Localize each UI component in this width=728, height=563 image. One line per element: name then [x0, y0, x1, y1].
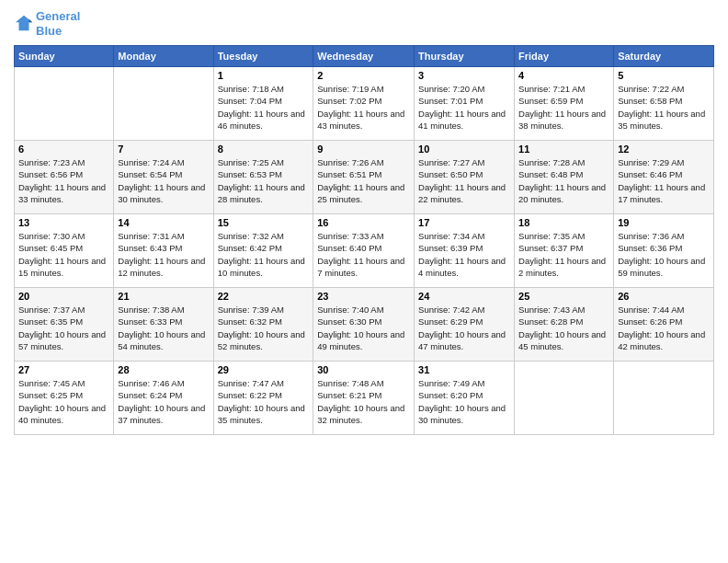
calendar-cell: 11Sunrise: 7:28 AM Sunset: 6:48 PM Dayli… — [515, 141, 614, 214]
day-number: 9 — [317, 144, 410, 155]
day-info: Sunrise: 7:32 AM Sunset: 6:42 PM Dayligh… — [218, 230, 310, 279]
day-info: Sunrise: 7:35 AM Sunset: 6:37 PM Dayligh… — [518, 230, 609, 279]
calendar-cell: 16Sunrise: 7:33 AM Sunset: 6:40 PM Dayli… — [313, 214, 415, 288]
calendar-table: SundayMondayTuesdayWednesdayThursdayFrid… — [14, 45, 714, 435]
day-info: Sunrise: 7:44 AM Sunset: 6:26 PM Dayligh… — [618, 304, 710, 352]
day-info: Sunrise: 7:27 AM Sunset: 6:50 PM Dayligh… — [418, 156, 510, 205]
day-number: 16 — [317, 217, 410, 228]
header: General Blue — [14, 9, 714, 38]
weekday-header: Sunday — [15, 46, 114, 67]
logo: General Blue — [14, 9, 80, 38]
calendar-cell — [515, 362, 614, 435]
calendar-week-row: 1Sunrise: 7:18 AM Sunset: 7:04 PM Daylig… — [15, 67, 714, 141]
calendar-cell: 9Sunrise: 7:26 AM Sunset: 6:51 PM Daylig… — [313, 141, 415, 214]
page: General Blue SundayMondayTuesdayWednesda… — [0, 0, 728, 563]
day-info: Sunrise: 7:42 AM Sunset: 6:29 PM Dayligh… — [418, 304, 510, 352]
calendar-week-row: 13Sunrise: 7:30 AM Sunset: 6:45 PM Dayli… — [15, 214, 714, 288]
day-number: 15 — [218, 217, 310, 228]
day-number: 30 — [317, 364, 410, 375]
day-number: 24 — [418, 291, 510, 302]
calendar-cell: 20Sunrise: 7:37 AM Sunset: 6:35 PM Dayli… — [15, 288, 114, 362]
day-info: Sunrise: 7:36 AM Sunset: 6:36 PM Dayligh… — [618, 230, 710, 279]
day-info: Sunrise: 7:26 AM Sunset: 6:51 PM Dayligh… — [317, 156, 410, 205]
day-number: 12 — [618, 144, 710, 155]
day-number: 26 — [618, 291, 710, 302]
day-number: 28 — [118, 364, 209, 375]
day-info: Sunrise: 7:23 AM Sunset: 6:56 PM Dayligh… — [18, 156, 109, 205]
day-number: 8 — [218, 144, 310, 155]
calendar-cell: 28Sunrise: 7:46 AM Sunset: 6:24 PM Dayli… — [114, 362, 213, 435]
day-info: Sunrise: 7:18 AM Sunset: 7:04 PM Dayligh… — [218, 83, 310, 132]
day-info: Sunrise: 7:37 AM Sunset: 6:35 PM Dayligh… — [18, 304, 109, 352]
day-info: Sunrise: 7:25 AM Sunset: 6:53 PM Dayligh… — [218, 156, 310, 205]
day-info: Sunrise: 7:45 AM Sunset: 6:25 PM Dayligh… — [18, 377, 109, 426]
weekday-header: Tuesday — [213, 46, 313, 67]
calendar-week-row: 6Sunrise: 7:23 AM Sunset: 6:56 PM Daylig… — [15, 141, 714, 214]
calendar-cell: 3Sunrise: 7:20 AM Sunset: 7:01 PM Daylig… — [415, 67, 515, 141]
calendar-cell: 23Sunrise: 7:40 AM Sunset: 6:30 PM Dayli… — [313, 288, 415, 362]
calendar-cell: 8Sunrise: 7:25 AM Sunset: 6:53 PM Daylig… — [213, 141, 313, 214]
day-number: 20 — [18, 291, 109, 302]
day-number: 2 — [317, 70, 410, 81]
weekday-header: Thursday — [415, 46, 515, 67]
calendar-week-row: 20Sunrise: 7:37 AM Sunset: 6:35 PM Dayli… — [15, 288, 714, 362]
day-number: 6 — [18, 144, 109, 155]
day-number: 10 — [418, 144, 510, 155]
day-number: 31 — [418, 364, 510, 375]
day-info: Sunrise: 7:22 AM Sunset: 6:58 PM Dayligh… — [618, 83, 710, 132]
calendar-cell: 29Sunrise: 7:47 AM Sunset: 6:22 PM Dayli… — [213, 362, 313, 435]
day-info: Sunrise: 7:40 AM Sunset: 6:30 PM Dayligh… — [317, 304, 410, 352]
day-number: 13 — [18, 217, 109, 228]
day-info: Sunrise: 7:46 AM Sunset: 6:24 PM Dayligh… — [118, 377, 209, 426]
calendar-cell: 25Sunrise: 7:43 AM Sunset: 6:28 PM Dayli… — [515, 288, 614, 362]
day-number: 5 — [618, 70, 710, 81]
day-info: Sunrise: 7:48 AM Sunset: 6:21 PM Dayligh… — [317, 377, 410, 426]
day-number: 1 — [218, 70, 310, 81]
day-number: 23 — [317, 291, 410, 302]
calendar-cell: 31Sunrise: 7:49 AM Sunset: 6:20 PM Dayli… — [415, 362, 515, 435]
calendar-cell: 2Sunrise: 7:19 AM Sunset: 7:02 PM Daylig… — [313, 67, 415, 141]
day-info: Sunrise: 7:30 AM Sunset: 6:45 PM Dayligh… — [18, 230, 109, 279]
weekday-header: Monday — [114, 46, 213, 67]
day-number: 4 — [518, 70, 609, 81]
day-number: 11 — [518, 144, 609, 155]
calendar-cell: 12Sunrise: 7:29 AM Sunset: 6:46 PM Dayli… — [614, 141, 714, 214]
day-number: 19 — [618, 217, 710, 228]
calendar-cell: 22Sunrise: 7:39 AM Sunset: 6:32 PM Dayli… — [213, 288, 313, 362]
day-number: 29 — [218, 364, 310, 375]
calendar-cell — [15, 67, 114, 141]
day-number: 27 — [18, 364, 109, 375]
calendar-cell: 18Sunrise: 7:35 AM Sunset: 6:37 PM Dayli… — [515, 214, 614, 288]
logo-text: General Blue — [36, 9, 80, 38]
calendar-cell: 21Sunrise: 7:38 AM Sunset: 6:33 PM Dayli… — [114, 288, 213, 362]
calendar-cell: 17Sunrise: 7:34 AM Sunset: 6:39 PM Dayli… — [415, 214, 515, 288]
calendar-week-row: 27Sunrise: 7:45 AM Sunset: 6:25 PM Dayli… — [15, 362, 714, 435]
day-number: 21 — [118, 291, 209, 302]
calendar-cell — [114, 67, 213, 141]
calendar-header-row: SundayMondayTuesdayWednesdayThursdayFrid… — [15, 46, 714, 67]
weekday-header: Saturday — [614, 46, 714, 67]
day-info: Sunrise: 7:20 AM Sunset: 7:01 PM Dayligh… — [418, 83, 510, 132]
day-number: 25 — [518, 291, 609, 302]
weekday-header: Friday — [515, 46, 614, 67]
day-info: Sunrise: 7:49 AM Sunset: 6:20 PM Dayligh… — [418, 377, 510, 426]
calendar-cell: 15Sunrise: 7:32 AM Sunset: 6:42 PM Dayli… — [213, 214, 313, 288]
calendar-cell: 30Sunrise: 7:48 AM Sunset: 6:21 PM Dayli… — [313, 362, 415, 435]
calendar-cell: 5Sunrise: 7:22 AM Sunset: 6:58 PM Daylig… — [614, 67, 714, 141]
calendar-cell: 6Sunrise: 7:23 AM Sunset: 6:56 PM Daylig… — [15, 141, 114, 214]
weekday-header: Wednesday — [313, 46, 415, 67]
calendar-cell: 27Sunrise: 7:45 AM Sunset: 6:25 PM Dayli… — [15, 362, 114, 435]
day-info: Sunrise: 7:21 AM Sunset: 6:59 PM Dayligh… — [518, 83, 609, 132]
calendar-cell: 1Sunrise: 7:18 AM Sunset: 7:04 PM Daylig… — [213, 67, 313, 141]
calendar-cell: 13Sunrise: 7:30 AM Sunset: 6:45 PM Dayli… — [15, 214, 114, 288]
day-number: 7 — [118, 144, 209, 155]
day-info: Sunrise: 7:28 AM Sunset: 6:48 PM Dayligh… — [518, 156, 609, 205]
logo-icon — [14, 14, 34, 34]
day-number: 3 — [418, 70, 510, 81]
calendar-cell: 14Sunrise: 7:31 AM Sunset: 6:43 PM Dayli… — [114, 214, 213, 288]
day-number: 18 — [518, 217, 609, 228]
day-number: 14 — [118, 217, 209, 228]
calendar-cell: 24Sunrise: 7:42 AM Sunset: 6:29 PM Dayli… — [415, 288, 515, 362]
day-info: Sunrise: 7:47 AM Sunset: 6:22 PM Dayligh… — [218, 377, 310, 426]
day-info: Sunrise: 7:31 AM Sunset: 6:43 PM Dayligh… — [118, 230, 209, 279]
